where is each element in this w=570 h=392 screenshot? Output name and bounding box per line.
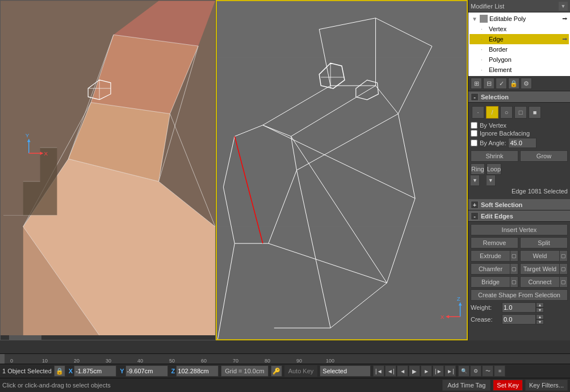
x-input[interactable]	[74, 365, 116, 377]
toolbar-icon-5[interactable]: ⚙	[521, 78, 532, 89]
target-weld-with-arrow: Target Weld ▢	[520, 263, 568, 275]
key-filters-button[interactable]: Key Filters...	[525, 380, 568, 391]
curve-icon[interactable]: 〜	[482, 365, 493, 377]
edit-edges-header[interactable]: - Edit Edges	[468, 210, 570, 222]
weight-spin: ▲ ▼	[536, 302, 544, 313]
play-next-key[interactable]: |►	[433, 365, 444, 377]
ring-button[interactable]: Ring	[471, 163, 485, 175]
edit-edges-collapse[interactable]: -	[471, 212, 479, 220]
bridge-button[interactable]: Bridge	[471, 276, 510, 288]
by-angle-checkbox[interactable]	[471, 140, 477, 146]
tree-item-edge[interactable]: · Edge ⮕	[470, 34, 569, 44]
play-prev-key[interactable]: ◄|	[385, 365, 396, 377]
play-next-end[interactable]: ►|	[445, 365, 456, 377]
z-coord-item: Z	[170, 365, 219, 377]
add-time-tag-button[interactable]: Add Time Tag	[442, 380, 491, 391]
viewport-right[interactable]: Z X	[216, 0, 468, 340]
chamfer-arrow[interactable]: ▢	[510, 263, 518, 275]
weld-arrow[interactable]: ▢	[560, 250, 568, 262]
split-button[interactable]: Split	[520, 237, 568, 248]
ignore-backfacing-checkbox[interactable]	[471, 130, 477, 137]
tree-item-vertex[interactable]: · Vertex	[470, 24, 569, 34]
extrude-arrow[interactable]: ▢	[510, 250, 518, 262]
crease-spin-down[interactable]: ▼	[536, 319, 544, 324]
sub-mode-border[interactable]: ○	[500, 106, 513, 119]
play-prev-frame[interactable]: ◄	[397, 365, 408, 377]
crease-spin-up[interactable]: ▲	[536, 314, 544, 319]
connect-arrow[interactable]: ▢	[560, 276, 568, 288]
tree-label-edge: Edge	[489, 36, 504, 43]
insert-vertex-button[interactable]: Insert Vertex	[471, 224, 568, 235]
key-lock-button[interactable]: 🔑	[271, 365, 282, 377]
sub-mode-edge[interactable]: /	[486, 106, 498, 119]
connect-button[interactable]: Connect	[520, 276, 560, 288]
by-angle-input[interactable]	[508, 138, 537, 148]
settings-icon[interactable]: ⚙	[470, 365, 481, 377]
svg-text:X: X	[441, 314, 445, 320]
viewport-left[interactable]: Y X	[0, 0, 216, 340]
timeline-ticks: 0 10 20 30 40 50 60 70 80 90 100	[5, 354, 570, 364]
selection-collapse-btn[interactable]: -	[471, 93, 479, 101]
viewport-config-icon[interactable]: 🔍	[458, 365, 470, 377]
sub-mode-vertex[interactable]: ·	[472, 106, 484, 119]
toolbar-icon-1[interactable]: ⊞	[471, 78, 482, 89]
tree-item-element[interactable]: · Element	[470, 65, 569, 75]
toolbar-icon-3[interactable]: ✓	[496, 78, 507, 89]
toolbar-icon-4[interactable]: 🔒	[508, 78, 519, 89]
timeline-scroll-left[interactable]	[0, 354, 5, 364]
timeline-ruler[interactable]: 0 10 20 30 40 50 60 70 80 90 100	[0, 353, 570, 364]
soft-selection-collapse[interactable]: +	[471, 201, 479, 209]
tree-item-border[interactable]: · Border	[470, 44, 569, 54]
modifier-dropdown-arrow[interactable]: ▼	[559, 2, 568, 11]
ring-arrow[interactable]: ▼	[471, 175, 480, 186]
target-weld-arrow[interactable]: ▢	[560, 263, 568, 275]
auto-key-button[interactable]: Auto Key	[284, 365, 318, 377]
weight-spin-down[interactable]: ▼	[536, 307, 544, 313]
z-input[interactable]	[176, 365, 219, 377]
lock-button[interactable]: 🔒	[54, 365, 65, 377]
y-input[interactable]	[125, 365, 168, 377]
crease-input[interactable]	[502, 314, 536, 324]
weight-spin-up[interactable]: ▲	[536, 302, 544, 307]
modifier-list-bar[interactable]: Modifier List ▼	[468, 0, 570, 12]
loop-arrow[interactable]: ▼	[487, 175, 496, 186]
chamfer-button[interactable]: Chamfer	[471, 263, 510, 275]
play-prev-start[interactable]: |◄	[373, 365, 384, 377]
play-button[interactable]: ▶	[409, 365, 420, 377]
sub-mode-polygon[interactable]: □	[514, 106, 527, 119]
y-coord-item: Y	[119, 365, 167, 377]
dot-edge: ·	[481, 36, 488, 43]
target-weld-button[interactable]: Target Weld	[520, 263, 560, 275]
selection-section-header[interactable]: - Selection	[468, 91, 570, 103]
dope-sheet-icon[interactable]: ≡	[494, 365, 505, 377]
grow-button[interactable]: Grow	[520, 150, 568, 162]
selection-dropdown[interactable]: Selected	[320, 365, 371, 377]
bridge-with-arrow: Bridge ▢	[471, 276, 518, 288]
scrollbar-horizontal-left[interactable]	[1, 335, 215, 340]
shrink-grow-row: Shrink Grow	[471, 150, 568, 162]
shrink-button[interactable]: Shrink	[471, 150, 518, 162]
toolbar-icon-2[interactable]: ⊟	[483, 78, 494, 89]
tree-item-editable-poly[interactable]: ▼ Editable Poly ⮕	[470, 14, 569, 24]
sub-mode-element[interactable]: ■	[529, 106, 541, 119]
create-shape-button[interactable]: Create Shape From Selection	[471, 289, 568, 301]
set-key-button[interactable]: Set Key	[493, 380, 523, 391]
weld-button[interactable]: Weld	[520, 250, 560, 262]
selection-content: · / ○ □ ■ By Vertex Ignore Backfacing By…	[468, 103, 570, 199]
remove-split-row: Remove Split	[471, 237, 568, 248]
weld-with-arrow: Weld ▢	[520, 250, 568, 262]
tree-label-polygon: Polygon	[489, 56, 512, 63]
remove-button[interactable]: Remove	[471, 237, 518, 248]
soft-selection-header[interactable]: + Soft Selection	[468, 199, 570, 210]
tree-item-polygon[interactable]: · Polygon	[470, 54, 569, 65]
loop-button[interactable]: Loop	[487, 163, 501, 175]
status-top-row: 1 Object Selected 🔒 X Y Z Grid = 10.0cm …	[0, 364, 570, 378]
play-next-frame[interactable]: ►	[421, 365, 432, 377]
by-vertex-checkbox[interactable]	[471, 122, 477, 129]
nav-arrow-editable-poly: ⮕	[562, 16, 568, 22]
weight-input[interactable]	[502, 302, 536, 313]
dot-border: ·	[481, 47, 488, 53]
extrude-button[interactable]: Extrude	[471, 250, 510, 262]
bridge-arrow[interactable]: ▢	[510, 276, 518, 288]
poly-icon	[480, 15, 488, 23]
